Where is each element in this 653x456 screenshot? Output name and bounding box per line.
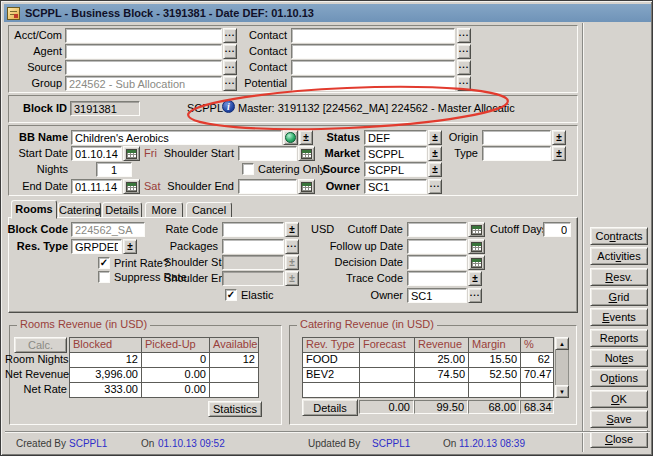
updated-on-value: 11.20.13 08:39 — [459, 438, 525, 450]
save-button[interactable]: Save — [590, 410, 648, 428]
ok-button[interactable]: OK — [590, 390, 648, 408]
app-icon[interactable] — [7, 7, 20, 20]
follow-up-date-field[interactable] — [407, 239, 467, 254]
title-bar[interactable]: SCPPL - Business Block - 3191381 - Date … — [4, 4, 651, 22]
contact1-browse-button[interactable]: ... — [457, 28, 471, 43]
type-field[interactable] — [482, 146, 551, 161]
table-cell[interactable] — [303, 383, 360, 398]
end-date-field[interactable] — [71, 179, 122, 194]
start-date-calendar-button[interactable] — [123, 146, 140, 161]
cutoff-date-calendar-button[interactable] — [468, 222, 485, 237]
packages-browse-button[interactable]: ... — [285, 239, 299, 254]
table-cell[interactable] — [415, 383, 469, 398]
shoulder-end-field[interactable] — [238, 179, 297, 194]
shoulder-start-calendar-button[interactable] — [298, 146, 315, 161]
acct-com-input[interactable] — [65, 28, 222, 43]
column-header: Forecast — [360, 338, 415, 353]
catering-only-checkbox[interactable] — [242, 163, 254, 175]
table-cell[interactable]: BEV2 — [303, 368, 360, 383]
contracts-button[interactable]: Contracts — [590, 227, 648, 245]
tab-details[interactable]: Details — [102, 202, 142, 218]
source-input[interactable] — [65, 60, 222, 75]
trace-code-dropdown-button[interactable]: ± — [468, 271, 482, 286]
table-cell[interactable] — [360, 353, 415, 368]
type-dropdown-button[interactable]: ± — [552, 146, 566, 161]
bb-name-dropdown-button[interactable]: ± — [299, 130, 313, 145]
trace-code-field[interactable] — [407, 271, 467, 286]
table-cell[interactable]: 70.47 — [521, 368, 554, 383]
table-cell[interactable]: FOOD — [303, 353, 360, 368]
packages-field[interactable] — [222, 239, 284, 254]
table-cell[interactable]: 52.50 — [469, 368, 521, 383]
suppress-rate-checkbox[interactable] — [98, 271, 110, 283]
tab-rooms[interactable]: Rooms — [11, 200, 57, 219]
owner-browse-button[interactable]: ... — [428, 179, 442, 194]
check-icon: ✓ — [100, 258, 108, 268]
table-cell[interactable]: 74.50 — [415, 368, 469, 383]
decision-calendar-button[interactable] — [468, 255, 485, 270]
market-field[interactable] — [364, 146, 427, 161]
ellipsis-icon: ... — [459, 45, 470, 54]
potential-browse-button[interactable]: ... — [457, 76, 471, 91]
print-rate-checkbox[interactable]: ✓ — [98, 257, 110, 269]
tab-owner-browse-button[interactable]: ... — [468, 288, 482, 303]
ellipsis-icon: ... — [470, 289, 481, 298]
table-cell[interactable]: 25.00 — [415, 353, 469, 368]
rate-code-dropdown-button[interactable]: ± — [285, 222, 299, 237]
status-field[interactable] — [364, 130, 427, 145]
tab-cancel[interactable]: Cancel — [186, 202, 232, 218]
options-button[interactable]: Options — [590, 369, 648, 387]
table-cell[interactable] — [360, 383, 415, 398]
end-date-calendar-button[interactable] — [123, 179, 140, 194]
statistics-button[interactable]: Statistics — [208, 401, 262, 417]
rate-code-field[interactable] — [222, 222, 284, 237]
follow-up-calendar-button[interactable] — [468, 239, 485, 254]
contact1-input[interactable] — [291, 28, 455, 43]
activities-button[interactable]: Activities — [590, 247, 648, 265]
decision-date-field[interactable] — [407, 255, 467, 270]
source-dropdown-button[interactable]: ± — [428, 162, 442, 177]
nights-field[interactable] — [96, 162, 132, 177]
dropdown-icon: ± — [472, 274, 478, 284]
ellipsis-icon: ... — [459, 77, 470, 86]
contact3-input[interactable] — [291, 60, 455, 75]
table-cell[interactable] — [360, 368, 415, 383]
grid-button[interactable]: Grid — [590, 288, 648, 306]
tab-owner-field[interactable] — [407, 288, 467, 303]
origin-field[interactable] — [482, 130, 551, 145]
created-on-label: On — [141, 438, 154, 450]
cutoff-date-field[interactable] — [407, 222, 467, 237]
contact2-input[interactable] — [291, 44, 455, 59]
tab-more[interactable]: More — [145, 202, 183, 218]
scroll-up-button[interactable]: ▲ — [555, 337, 569, 350]
bb-name-input[interactable] — [71, 130, 282, 145]
bb-name-globe-button[interactable] — [283, 130, 298, 145]
res-type-field[interactable] — [71, 239, 122, 254]
resv-button[interactable]: Resv. — [590, 268, 648, 286]
shoulder-end-calendar-button[interactable] — [298, 179, 315, 194]
cutoff-days-field[interactable] — [543, 222, 571, 237]
tab-catering[interactable]: Catering — [58, 202, 101, 218]
shoulder-start-field[interactable] — [238, 146, 297, 161]
contact3-browse-button[interactable]: ... — [457, 60, 471, 75]
table-cell[interactable]: 15.50 — [469, 353, 521, 368]
potential-input[interactable] — [291, 76, 455, 91]
column-header: Rev. Type — [303, 338, 360, 353]
events-button[interactable]: Events — [590, 308, 648, 326]
scroll-down-button[interactable]: ▼ — [555, 385, 569, 398]
source-code-field[interactable] — [364, 162, 427, 177]
reports-button[interactable]: Reports — [590, 329, 648, 347]
res-type-dropdown-button[interactable]: ± — [123, 239, 137, 254]
notes-button[interactable]: Notes — [590, 349, 648, 367]
owner-field[interactable] — [364, 179, 427, 194]
origin-dropdown-button[interactable]: ± — [552, 130, 566, 145]
table-cell[interactable]: 62 — [521, 353, 554, 368]
start-date-field[interactable] — [71, 146, 122, 161]
details-button[interactable]: Details — [302, 399, 358, 416]
table-cell[interactable] — [469, 383, 521, 398]
agent-input[interactable] — [65, 44, 222, 59]
info-icon[interactable]: i — [222, 100, 235, 113]
contact2-browse-button[interactable]: ... — [457, 44, 471, 59]
elastic-checkbox[interactable]: ✓ — [225, 289, 237, 301]
table-cell[interactable] — [521, 383, 554, 398]
